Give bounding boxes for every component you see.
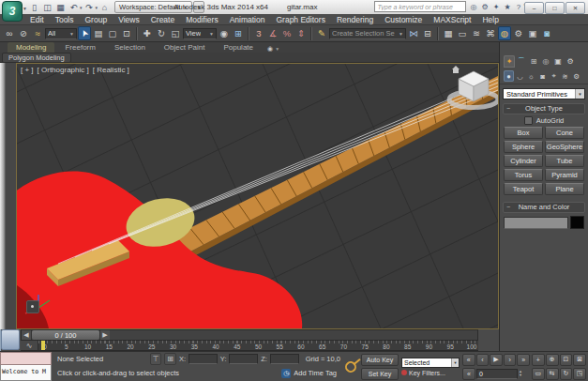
current-frame-field[interactable]: 0 (476, 369, 518, 379)
time-slider[interactable]: ◀ 0 / 100 ▶ (21, 329, 478, 341)
angle-snap-icon[interactable]: ∡ (266, 26, 279, 40)
menu-views[interactable]: Views (113, 14, 145, 25)
close-button[interactable]: ✕ (565, 2, 585, 14)
frame-spinner[interactable]: ▲▼ (519, 370, 522, 377)
guitar-neck[interactable] (158, 76, 498, 267)
menu-animation[interactable]: Animation (224, 14, 271, 25)
maximize-viewport-button[interactable]: ◳ (573, 368, 586, 380)
maximize-button[interactable]: □ (545, 2, 565, 14)
search-icon[interactable]: ◎ (468, 2, 478, 12)
primitive-category-dropdown[interactable]: Standard Primitives ▼ (503, 88, 585, 99)
select-object-icon[interactable]: ➤ (78, 26, 91, 40)
viewport[interactable]: [ + ][ Orthographic ][ Realistic ] (16, 63, 499, 329)
select-and-link-icon[interactable]: ∞ (3, 26, 16, 40)
ribbon-tab-freeform[interactable]: Freeform (56, 42, 103, 53)
select-by-name-icon[interactable]: ▤ (92, 26, 105, 40)
ribbon-overflow-dropdown[interactable]: ◉▼ (264, 45, 283, 53)
undo-icon[interactable]: ↶ (68, 2, 80, 13)
toggle-set-key-mode-button[interactable] (340, 352, 361, 381)
menu-group[interactable]: Group (80, 14, 113, 25)
tube-button[interactable]: Tube (545, 155, 584, 167)
teapot-button[interactable]: Teapot (504, 183, 543, 195)
logo-caret-icon[interactable]: ▼ (23, 6, 27, 11)
cameras-category[interactable]: ◙ (537, 70, 548, 82)
curve-editor-icon[interactable]: ≋ (470, 26, 483, 40)
z-coordinate-field[interactable] (270, 354, 299, 364)
named-selection-sets-dropdown[interactable]: Create Selection Se▼ (329, 28, 406, 39)
object-name-field[interactable] (504, 217, 568, 229)
mini-curve-editor-button[interactable]: ∿ (21, 341, 38, 350)
hierarchy-tab[interactable]: ⊞ (528, 55, 539, 68)
mirror-icon[interactable]: ⋈ (407, 26, 420, 40)
unlink-selection-icon[interactable]: ⊘ (17, 26, 30, 40)
cone-button[interactable]: Cone (545, 127, 584, 139)
modify-tab[interactable]: ⌒ (516, 55, 527, 68)
cylinder-button[interactable]: Cylinder (504, 155, 543, 167)
rectangular-selection-region-icon[interactable]: ▢ (106, 26, 119, 40)
menu-maxscript[interactable]: MAXScript (428, 14, 476, 25)
search-input[interactable] (374, 1, 466, 12)
menu-graph-editors[interactable]: Graph Editors (270, 14, 330, 25)
menu-customize[interactable]: Customize (379, 14, 428, 25)
selection-filter-dropdown[interactable]: All▼ (45, 28, 77, 39)
menu-modifiers[interactable]: Modifiers (180, 14, 223, 25)
go-to-end-button[interactable]: » (517, 354, 530, 366)
add-time-tag[interactable]: ◷ Add Time Tag (281, 369, 340, 378)
spinner-snap-icon[interactable]: ⇕ (294, 26, 308, 40)
redo-icon[interactable]: ↷ (83, 2, 96, 13)
key-mode-toggle-button[interactable]: « (462, 368, 475, 380)
listener-text[interactable]: Welcome to M (0, 365, 52, 381)
ribbon-tab-object-paint[interactable]: Object Paint (156, 42, 214, 53)
next-frame-button[interactable]: › (504, 354, 517, 366)
ribbon-toggle-icon[interactable]: ▭ (456, 26, 469, 40)
menu-help[interactable]: Help (476, 14, 504, 25)
shapes-category[interactable]: ◡ (515, 70, 525, 82)
zoom-extents-all-button[interactable]: ⊠ (573, 354, 586, 366)
play-button[interactable]: ▶ (490, 354, 503, 366)
orbit-button[interactable]: ↻ (560, 368, 573, 380)
edit-named-selection-sets-icon[interactable]: ✎ (315, 26, 328, 40)
track-bar-ruler[interactable]: 0510152025303540455055606570758085909510… (38, 341, 478, 350)
autogrid-checkbox[interactable] (524, 116, 533, 125)
previous-frame-arrow[interactable]: ◀ (22, 330, 32, 340)
minimize-button[interactable]: – (524, 2, 544, 14)
viewport-mini-button[interactable] (26, 300, 39, 313)
geosphere-button[interactable]: GeoSphere (545, 141, 584, 153)
rendered-frame-window-icon[interactable]: ▣ (526, 26, 539, 40)
create-tab[interactable]: ✦ (504, 55, 515, 68)
lights-category[interactable]: ☼ (526, 70, 536, 82)
select-and-move-icon[interactable]: ✚ (141, 26, 154, 40)
snaps-toggle-icon[interactable]: 3 (252, 26, 265, 40)
pan-button[interactable]: ⇆ (546, 368, 559, 380)
geometry-category[interactable]: ● (504, 70, 514, 82)
viewport-pov-menu[interactable]: [ Orthographic ] (38, 66, 89, 74)
systems-category[interactable]: ⚙ (571, 70, 581, 82)
track-bar[interactable]: ∿ 05101520253035404550556065707580859095… (21, 341, 478, 351)
box-button[interactable]: Box (504, 127, 543, 139)
selection-lock-icon[interactable]: ⊤ (150, 353, 162, 365)
space-warps-category[interactable]: ≋ (560, 70, 570, 82)
help-icon[interactable]: ? (513, 2, 523, 12)
zoom-button[interactable]: + (532, 354, 545, 366)
y-coordinate-field[interactable] (229, 354, 258, 364)
plane-button[interactable]: Plane (545, 183, 584, 195)
percent-snap-icon[interactable]: % (280, 26, 294, 40)
schematic-view-icon[interactable]: ⌘ (484, 26, 497, 40)
next-frame-arrow[interactable]: ▶ (99, 330, 110, 340)
maxscript-mini-listener[interactable]: Welcome to M (0, 352, 52, 381)
motion-tab[interactable]: ◎ (540, 55, 551, 68)
go-to-start-button[interactable]: « (462, 354, 475, 366)
display-tab[interactable]: ▣ (552, 55, 564, 68)
select-and-rotate-icon[interactable]: ↻ (155, 26, 168, 40)
object-type-rollout-header[interactable]: − Object Type (503, 103, 585, 114)
align-icon[interactable]: ⊟ (421, 26, 434, 40)
save-file-icon[interactable]: ▦ (54, 2, 67, 13)
chevron-down-icon[interactable]: ▾ (80, 5, 83, 10)
use-pivot-point-icon[interactable]: ◉ (218, 26, 231, 40)
viewcube-home-icon[interactable] (452, 66, 460, 73)
select-and-manipulate-icon[interactable]: ⊞ (232, 26, 245, 40)
pyramid-button[interactable]: Pyramid (545, 169, 584, 181)
menu-tools[interactable]: Tools (50, 14, 80, 25)
set-key-button[interactable]: Set Key (361, 368, 399, 380)
viewport-canvas[interactable] (17, 64, 498, 328)
